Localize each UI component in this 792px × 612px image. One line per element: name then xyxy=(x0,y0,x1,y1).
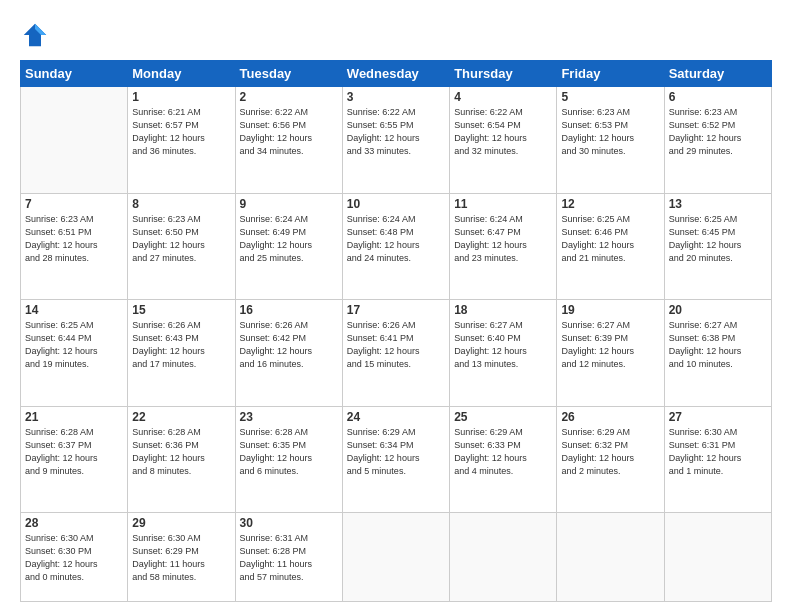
day-number: 14 xyxy=(25,303,123,317)
day-number: 2 xyxy=(240,90,338,104)
calendar-cell: 23Sunrise: 6:28 AM Sunset: 6:35 PM Dayli… xyxy=(235,406,342,513)
day-info: Sunrise: 6:30 AM Sunset: 6:30 PM Dayligh… xyxy=(25,532,123,584)
day-info: Sunrise: 6:29 AM Sunset: 6:34 PM Dayligh… xyxy=(347,426,445,478)
calendar-cell: 12Sunrise: 6:25 AM Sunset: 6:46 PM Dayli… xyxy=(557,193,664,300)
day-info: Sunrise: 6:27 AM Sunset: 6:38 PM Dayligh… xyxy=(669,319,767,371)
calendar-cell: 28Sunrise: 6:30 AM Sunset: 6:30 PM Dayli… xyxy=(21,513,128,602)
day-number: 30 xyxy=(240,516,338,530)
calendar-cell: 11Sunrise: 6:24 AM Sunset: 6:47 PM Dayli… xyxy=(450,193,557,300)
calendar-cell: 15Sunrise: 6:26 AM Sunset: 6:43 PM Dayli… xyxy=(128,300,235,407)
calendar-header-row: SundayMondayTuesdayWednesdayThursdayFrid… xyxy=(21,61,772,87)
day-number: 20 xyxy=(669,303,767,317)
calendar-cell: 21Sunrise: 6:28 AM Sunset: 6:37 PM Dayli… xyxy=(21,406,128,513)
calendar-cell: 30Sunrise: 6:31 AM Sunset: 6:28 PM Dayli… xyxy=(235,513,342,602)
col-header-monday: Monday xyxy=(128,61,235,87)
col-header-tuesday: Tuesday xyxy=(235,61,342,87)
day-number: 7 xyxy=(25,197,123,211)
day-info: Sunrise: 6:28 AM Sunset: 6:37 PM Dayligh… xyxy=(25,426,123,478)
day-info: Sunrise: 6:22 AM Sunset: 6:55 PM Dayligh… xyxy=(347,106,445,158)
day-info: Sunrise: 6:24 AM Sunset: 6:48 PM Dayligh… xyxy=(347,213,445,265)
calendar-cell xyxy=(21,87,128,194)
day-info: Sunrise: 6:31 AM Sunset: 6:28 PM Dayligh… xyxy=(240,532,338,584)
logo-icon xyxy=(20,20,50,50)
day-info: Sunrise: 6:27 AM Sunset: 6:39 PM Dayligh… xyxy=(561,319,659,371)
calendar-cell: 16Sunrise: 6:26 AM Sunset: 6:42 PM Dayli… xyxy=(235,300,342,407)
calendar-cell xyxy=(557,513,664,602)
day-number: 26 xyxy=(561,410,659,424)
day-number: 12 xyxy=(561,197,659,211)
day-info: Sunrise: 6:26 AM Sunset: 6:43 PM Dayligh… xyxy=(132,319,230,371)
day-number: 18 xyxy=(454,303,552,317)
day-info: Sunrise: 6:25 AM Sunset: 6:44 PM Dayligh… xyxy=(25,319,123,371)
day-number: 24 xyxy=(347,410,445,424)
day-info: Sunrise: 6:26 AM Sunset: 6:41 PM Dayligh… xyxy=(347,319,445,371)
calendar-cell: 14Sunrise: 6:25 AM Sunset: 6:44 PM Dayli… xyxy=(21,300,128,407)
day-info: Sunrise: 6:30 AM Sunset: 6:31 PM Dayligh… xyxy=(669,426,767,478)
calendar-cell: 3Sunrise: 6:22 AM Sunset: 6:55 PM Daylig… xyxy=(342,87,449,194)
day-info: Sunrise: 6:28 AM Sunset: 6:35 PM Dayligh… xyxy=(240,426,338,478)
day-number: 5 xyxy=(561,90,659,104)
calendar-cell: 22Sunrise: 6:28 AM Sunset: 6:36 PM Dayli… xyxy=(128,406,235,513)
day-number: 11 xyxy=(454,197,552,211)
day-number: 3 xyxy=(347,90,445,104)
col-header-sunday: Sunday xyxy=(21,61,128,87)
day-number: 23 xyxy=(240,410,338,424)
calendar-week-4: 28Sunrise: 6:30 AM Sunset: 6:30 PM Dayli… xyxy=(21,513,772,602)
day-info: Sunrise: 6:28 AM Sunset: 6:36 PM Dayligh… xyxy=(132,426,230,478)
day-number: 16 xyxy=(240,303,338,317)
day-info: Sunrise: 6:23 AM Sunset: 6:50 PM Dayligh… xyxy=(132,213,230,265)
day-info: Sunrise: 6:22 AM Sunset: 6:56 PM Dayligh… xyxy=(240,106,338,158)
calendar-cell: 1Sunrise: 6:21 AM Sunset: 6:57 PM Daylig… xyxy=(128,87,235,194)
day-info: Sunrise: 6:29 AM Sunset: 6:32 PM Dayligh… xyxy=(561,426,659,478)
day-info: Sunrise: 6:25 AM Sunset: 6:46 PM Dayligh… xyxy=(561,213,659,265)
calendar-cell: 24Sunrise: 6:29 AM Sunset: 6:34 PM Dayli… xyxy=(342,406,449,513)
calendar-week-0: 1Sunrise: 6:21 AM Sunset: 6:57 PM Daylig… xyxy=(21,87,772,194)
day-info: Sunrise: 6:26 AM Sunset: 6:42 PM Dayligh… xyxy=(240,319,338,371)
day-number: 8 xyxy=(132,197,230,211)
calendar-cell xyxy=(664,513,771,602)
day-info: Sunrise: 6:25 AM Sunset: 6:45 PM Dayligh… xyxy=(669,213,767,265)
calendar-cell: 2Sunrise: 6:22 AM Sunset: 6:56 PM Daylig… xyxy=(235,87,342,194)
day-info: Sunrise: 6:23 AM Sunset: 6:53 PM Dayligh… xyxy=(561,106,659,158)
day-info: Sunrise: 6:22 AM Sunset: 6:54 PM Dayligh… xyxy=(454,106,552,158)
calendar-cell xyxy=(450,513,557,602)
calendar-cell: 29Sunrise: 6:30 AM Sunset: 6:29 PM Dayli… xyxy=(128,513,235,602)
day-number: 15 xyxy=(132,303,230,317)
calendar-week-3: 21Sunrise: 6:28 AM Sunset: 6:37 PM Dayli… xyxy=(21,406,772,513)
day-number: 21 xyxy=(25,410,123,424)
day-number: 17 xyxy=(347,303,445,317)
day-number: 1 xyxy=(132,90,230,104)
col-header-saturday: Saturday xyxy=(664,61,771,87)
day-number: 13 xyxy=(669,197,767,211)
day-info: Sunrise: 6:30 AM Sunset: 6:29 PM Dayligh… xyxy=(132,532,230,584)
calendar: SundayMondayTuesdayWednesdayThursdayFrid… xyxy=(20,60,772,602)
day-info: Sunrise: 6:29 AM Sunset: 6:33 PM Dayligh… xyxy=(454,426,552,478)
header xyxy=(20,20,772,50)
calendar-cell: 5Sunrise: 6:23 AM Sunset: 6:53 PM Daylig… xyxy=(557,87,664,194)
day-number: 27 xyxy=(669,410,767,424)
day-info: Sunrise: 6:24 AM Sunset: 6:47 PM Dayligh… xyxy=(454,213,552,265)
calendar-cell: 17Sunrise: 6:26 AM Sunset: 6:41 PM Dayli… xyxy=(342,300,449,407)
day-info: Sunrise: 6:23 AM Sunset: 6:52 PM Dayligh… xyxy=(669,106,767,158)
calendar-cell xyxy=(342,513,449,602)
calendar-cell: 13Sunrise: 6:25 AM Sunset: 6:45 PM Dayli… xyxy=(664,193,771,300)
day-number: 19 xyxy=(561,303,659,317)
col-header-wednesday: Wednesday xyxy=(342,61,449,87)
day-number: 9 xyxy=(240,197,338,211)
calendar-week-2: 14Sunrise: 6:25 AM Sunset: 6:44 PM Dayli… xyxy=(21,300,772,407)
day-number: 10 xyxy=(347,197,445,211)
calendar-cell: 27Sunrise: 6:30 AM Sunset: 6:31 PM Dayli… xyxy=(664,406,771,513)
day-info: Sunrise: 6:27 AM Sunset: 6:40 PM Dayligh… xyxy=(454,319,552,371)
calendar-cell: 6Sunrise: 6:23 AM Sunset: 6:52 PM Daylig… xyxy=(664,87,771,194)
page: SundayMondayTuesdayWednesdayThursdayFrid… xyxy=(0,0,792,612)
calendar-cell: 8Sunrise: 6:23 AM Sunset: 6:50 PM Daylig… xyxy=(128,193,235,300)
day-info: Sunrise: 6:23 AM Sunset: 6:51 PM Dayligh… xyxy=(25,213,123,265)
col-header-thursday: Thursday xyxy=(450,61,557,87)
day-number: 4 xyxy=(454,90,552,104)
calendar-week-1: 7Sunrise: 6:23 AM Sunset: 6:51 PM Daylig… xyxy=(21,193,772,300)
calendar-cell: 25Sunrise: 6:29 AM Sunset: 6:33 PM Dayli… xyxy=(450,406,557,513)
day-number: 6 xyxy=(669,90,767,104)
calendar-cell: 9Sunrise: 6:24 AM Sunset: 6:49 PM Daylig… xyxy=(235,193,342,300)
day-number: 25 xyxy=(454,410,552,424)
logo xyxy=(20,20,54,50)
